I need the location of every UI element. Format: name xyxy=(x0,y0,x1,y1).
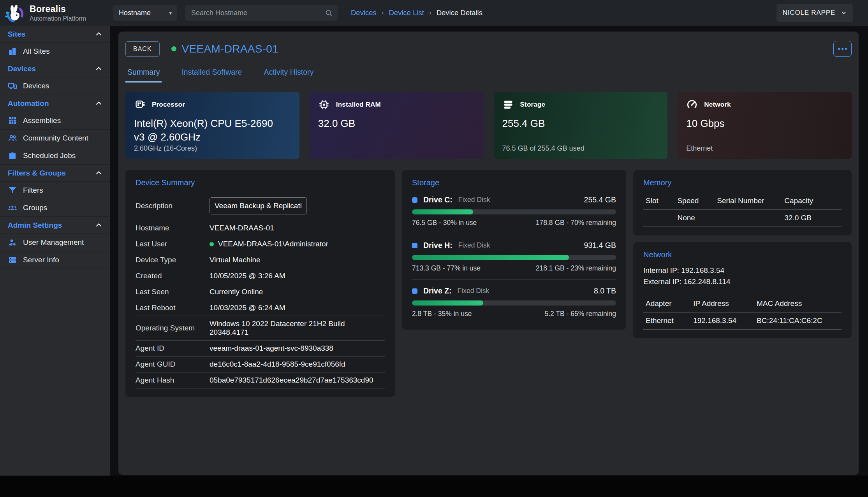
summary-row-last-reboot: Last Reboot 10/03/2025 @ 6:24 AM xyxy=(136,300,385,316)
memory-table: Slot Speed Serial Number Capacity None 3… xyxy=(643,193,842,227)
search-icon xyxy=(324,9,333,17)
panel-title: Storage xyxy=(412,178,616,187)
search-box xyxy=(185,5,338,21)
processor-subtext: 2.60GHz (16-Cores) xyxy=(134,144,197,153)
device-details-card: BACK VEEAM-DRAAS-01 Summary Installed So… xyxy=(118,32,859,475)
sidebar-item-user-management[interactable]: User Management xyxy=(0,234,110,251)
network-card: Network 10 Gbps Ethernet xyxy=(678,92,852,159)
tab-installed-software[interactable]: Installed Software xyxy=(180,68,244,83)
drive-icon xyxy=(412,243,417,248)
sidebar-item-assemblies[interactable]: Assemblies xyxy=(0,112,110,130)
summary-row-hostname: Hostname VEEAM-DRAAS-01 xyxy=(136,220,385,236)
sidebar-item-filters[interactable]: Filters xyxy=(0,182,110,199)
storage-subtext: 76.5 GB of 255.4 GB used xyxy=(502,144,585,153)
network-table-row: Ethernet 192.168.3.54 BC:24:11:CA:C6:2C xyxy=(643,313,842,330)
groups-icon xyxy=(8,203,17,212)
filter-icon xyxy=(8,186,17,195)
processor-value: Intel(R) Xeon(R) CPU E5-2690 v3 @ 2.60GH… xyxy=(134,117,283,144)
search-input[interactable] xyxy=(191,9,324,17)
sidebar-item-scheduled-jobs[interactable]: Scheduled Jobs xyxy=(0,147,110,165)
drive-used: 2.8 TB - 35% in use xyxy=(412,310,472,318)
storage-value: 255.4 GB xyxy=(502,117,651,130)
drive-usage-bar xyxy=(412,255,616,260)
storage-panel: Storage Drive C: Fixed Disk 255.4 GB 76.… xyxy=(402,170,626,330)
gauge-icon xyxy=(686,99,698,111)
search-filter-select[interactable]: Hostname ▾ xyxy=(113,5,177,21)
drive-usage-bar xyxy=(412,300,616,306)
brand-subtitle: Automation Platform xyxy=(30,15,86,22)
sidebar-item-all-sites[interactable]: All Sites xyxy=(0,43,110,60)
section-label: Filters & Groups xyxy=(8,169,66,177)
drive-icon xyxy=(412,197,417,203)
section-label: Sites xyxy=(8,30,25,39)
online-status-icon xyxy=(210,242,214,246)
device-name-title: VEEAM-DRAAS-01 xyxy=(182,43,279,55)
sidebar-section-automation[interactable]: Automation xyxy=(0,95,110,112)
tab-activity-history[interactable]: Activity History xyxy=(262,68,315,83)
summary-row-device-type: Device Type Virtual Machine xyxy=(136,252,385,268)
network-value: 10 Gbps xyxy=(686,117,835,130)
ram-value: 32.0 GB xyxy=(318,117,467,130)
app-window: Borealis Automation Platform Hostname ▾ … xyxy=(0,0,868,497)
network-table-header: Adapter IP Address MAC Address xyxy=(643,295,842,313)
stat-card-label: Processor xyxy=(152,101,185,109)
breadcrumb: Devices › Device List › Device Details xyxy=(351,9,482,17)
breadcrumb-devices[interactable]: Devices xyxy=(351,9,377,17)
panel-title: Memory xyxy=(643,178,842,187)
drive-row-h: Drive H: Fixed Disk 931.4 GB 713.3 GB - … xyxy=(412,234,616,280)
sidebar-section-sites[interactable]: Sites xyxy=(0,26,110,43)
network-table: Adapter IP Address MAC Address Ethernet … xyxy=(643,295,842,330)
user-menu-button[interactable]: NICOLE RAPPE xyxy=(776,4,853,22)
sidebar-item-community-content[interactable]: Community Content xyxy=(0,130,110,147)
buildings-icon xyxy=(8,47,17,56)
ram-chip-icon xyxy=(318,99,330,111)
sidebar-item-groups[interactable]: Groups xyxy=(0,199,110,217)
sidebar-item-server-info[interactable]: Server Info xyxy=(0,251,110,269)
section-label: Automation xyxy=(8,99,49,108)
external-ip: External IP: 162.248.8.114 xyxy=(643,276,842,287)
section-label: Admin Settings xyxy=(8,221,62,230)
stat-card-label: Network xyxy=(704,101,731,109)
chevron-down-icon: ▾ xyxy=(169,10,172,16)
section-label: Devices xyxy=(8,65,36,73)
drive-row-c: Drive C: Fixed Disk 255.4 GB 76.5 GB - 3… xyxy=(412,189,616,234)
sidebar-section-filters-groups[interactable]: Filters & Groups xyxy=(0,165,110,182)
panels-row: Device Summary Description Hostname VEEA… xyxy=(125,170,852,397)
user-name: NICOLE RAPPE xyxy=(783,9,835,17)
network-subtext: Ethernet xyxy=(686,144,713,153)
description-input[interactable] xyxy=(210,197,307,214)
stat-cards: Processor Intel(R) Xeon(R) CPU E5-2690 v… xyxy=(125,92,852,159)
device-summary-panel: Device Summary Description Hostname VEEA… xyxy=(125,170,395,397)
brand-name: Borealis xyxy=(30,4,86,14)
ellipsis-icon xyxy=(838,48,840,50)
topbar: Borealis Automation Platform Hostname ▾ … xyxy=(0,0,868,26)
drive-icon xyxy=(412,288,417,294)
breadcrumb-device-list[interactable]: Device List xyxy=(389,9,424,17)
network-panel: Network Internal IP: 192.168.3.54 Extern… xyxy=(633,242,852,338)
tab-summary[interactable]: Summary xyxy=(125,68,162,83)
sidebar-item-devices[interactable]: Devices xyxy=(0,77,110,95)
ram-card: Installed RAM 32.0 GB xyxy=(310,92,484,159)
summary-row-last-seen: Last Seen Currently Online xyxy=(136,284,385,300)
breadcrumb-current: Device Details xyxy=(437,9,482,17)
chevron-up-icon xyxy=(95,221,102,229)
drive-remaining: 178.8 GB - 70% remaining xyxy=(536,219,616,227)
more-options-button[interactable] xyxy=(833,41,852,57)
drive-remaining: 5.2 TB - 65% remaining xyxy=(544,310,616,318)
rabbit-gear-logo-icon xyxy=(4,2,25,23)
stat-card-label: Installed RAM xyxy=(336,101,381,109)
sidebar-item-label: Devices xyxy=(23,82,49,90)
chevron-up-icon xyxy=(95,30,102,38)
chevron-up-icon xyxy=(95,65,102,72)
storage-stack-icon xyxy=(502,99,514,111)
drive-remaining: 218.1 GB - 23% remaining xyxy=(536,264,616,272)
sidebar-section-devices[interactable]: Devices xyxy=(0,60,110,77)
back-button[interactable]: BACK xyxy=(125,41,160,57)
sidebar-section-admin-settings[interactable]: Admin Settings xyxy=(0,217,110,234)
sidebar-item-label: Assemblies xyxy=(23,116,61,125)
brand: Borealis Automation Platform xyxy=(0,2,110,23)
memory-table-row: None 32.0 GB xyxy=(643,210,842,227)
device-tabs: Summary Installed Software Activity Hist… xyxy=(125,68,852,83)
summary-row-agent-id: Agent ID veeam-draas-01-agent-svc-8930a3… xyxy=(136,341,385,357)
sidebar-item-label: User Management xyxy=(23,238,84,247)
